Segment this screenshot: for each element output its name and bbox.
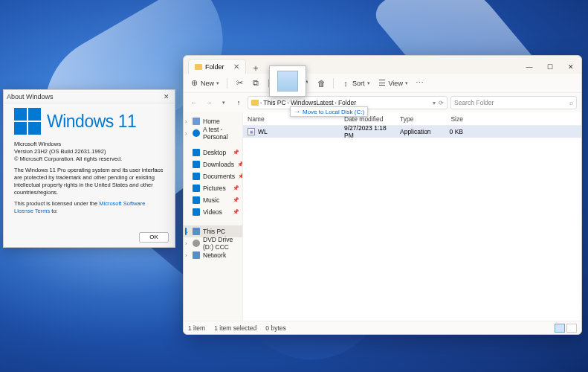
selection-size: 0 bytes <box>265 324 285 332</box>
nav-documents[interactable]: Documents📌 <box>184 170 242 182</box>
music-icon <box>193 196 200 204</box>
col-size[interactable]: Size <box>440 115 468 123</box>
new-tab-button[interactable]: + <box>251 63 262 74</box>
cut-icon[interactable]: ✂ <box>235 79 244 88</box>
disc-icon <box>193 240 200 247</box>
maximize-button[interactable]: ☐ <box>540 60 560 74</box>
nav-onedrive[interactable]: ›A test - Personal <box>184 127 242 139</box>
about-version-block: Microsoft Windows Version 23H2 (OS Build… <box>14 141 164 162</box>
chevron-down-icon[interactable]: ▾ <box>433 100 436 106</box>
windows-logo-icon <box>14 108 41 135</box>
search-input[interactable]: Search Folder ⌕ <box>450 96 577 109</box>
close-icon[interactable]: ✕ <box>161 93 172 100</box>
pin-icon: 📌 <box>233 209 239 215</box>
pin-icon: 📌 <box>237 161 243 167</box>
tab-label: Folder <box>205 63 224 71</box>
file-row[interactable]: ▦WL 9/27/2023 1:18 PM Application 0 KB <box>243 126 581 138</box>
recent-button[interactable]: ▾ <box>218 97 230 109</box>
navigation-pane: ›Home ›A test - Personal Desktop📌 Downlo… <box>184 112 243 321</box>
more-icon[interactable]: ⋯ <box>416 79 424 88</box>
forward-button[interactable]: → <box>203 97 215 109</box>
tab-folder[interactable]: Folder ✕ <box>188 59 246 74</box>
pin-icon: 📌 <box>238 173 243 179</box>
crumb-folder[interactable]: Folder <box>338 99 356 106</box>
view-icon: ☰ <box>378 79 387 88</box>
status-bar: 1 item 1 item selected 0 bytes <box>184 321 581 334</box>
crumb-thispc[interactable]: This PC <box>263 99 285 106</box>
pin-icon: 📌 <box>233 197 239 203</box>
pictures-icon <box>193 185 200 192</box>
close-button[interactable]: ✕ <box>560 60 581 74</box>
item-count: 1 item <box>188 324 205 332</box>
pc-icon <box>193 228 200 235</box>
details-view-button[interactable] <box>555 324 565 333</box>
nav-music[interactable]: Music📌 <box>184 194 242 206</box>
col-type[interactable]: Type <box>395 115 440 123</box>
address-bar-row: ← → ▾ ↑ › This PC › WindowsLatest › Fold… <box>184 93 581 112</box>
copy-icon[interactable]: ⧉ <box>251 79 260 88</box>
nav-dvd[interactable]: ›DVD Drive (D:) CCC <box>184 237 242 249</box>
about-title-text: About Windows <box>7 93 54 100</box>
about-rights: The Windows 11 Pro operating system and … <box>14 167 164 196</box>
crumb-windowslatest[interactable]: WindowsLatest <box>291 99 334 106</box>
tab-strip: Folder ✕ + — ☐ ✕ <box>184 56 581 74</box>
about-titlebar[interactable]: About Windows ✕ <box>4 90 175 103</box>
sort-icon: ↕ <box>341 79 350 88</box>
nav-network[interactable]: ›Network <box>184 249 242 261</box>
desktop-icon <box>193 149 200 156</box>
windows-brand: Windows 11 <box>14 108 164 135</box>
search-placeholder: Search Folder <box>454 99 494 106</box>
home-icon <box>193 118 200 125</box>
pin-icon: 📌 <box>233 150 239 155</box>
folder-icon <box>251 100 259 106</box>
file-explorer-window: Folder ✕ + — ☐ ✕ ⊕New▾ ✂ ⧉ 📋 ✎ ↗ 🗑 ↕Sort… <box>183 55 582 335</box>
drag-tooltip: → Move to Local Disk (C:) <box>290 106 368 117</box>
pin-icon: 📌 <box>233 185 239 191</box>
move-arrow-icon: → <box>294 108 300 115</box>
nav-videos[interactable]: Videos📌 <box>184 206 242 218</box>
brand-text: Windows 11 <box>47 112 136 132</box>
delete-icon[interactable]: 🗑 <box>317 79 326 88</box>
drag-thumbnail-icon <box>277 71 298 92</box>
nav-pictures[interactable]: Pictures📌 <box>184 182 242 194</box>
about-windows-dialog: About Windows ✕ Windows 11 Microsoft Win… <box>3 89 175 248</box>
folder-icon <box>195 64 202 70</box>
file-list: Name Date modified Type Size ▦WL 9/27/20… <box>243 112 581 321</box>
selection-count: 1 item selected <box>214 324 256 332</box>
about-license: This product is licensed under the Micro… <box>14 200 164 215</box>
up-button[interactable]: ↑ <box>233 97 245 109</box>
network-icon <box>193 251 200 259</box>
command-bar: ⊕New▾ ✂ ⧉ 📋 ✎ ↗ 🗑 ↕Sort▾ ☰View▾ ⋯ <box>184 74 581 93</box>
nav-desktop[interactable]: Desktop📌 <box>184 147 242 158</box>
minimize-button[interactable]: — <box>519 60 540 74</box>
refresh-icon[interactable]: ⟳ <box>439 100 444 106</box>
icons-view-button[interactable] <box>566 324 577 333</box>
documents-icon <box>193 173 200 180</box>
nav-downloads[interactable]: Downloads📌 <box>184 158 242 170</box>
search-icon: ⌕ <box>569 99 573 106</box>
videos-icon <box>193 208 200 216</box>
view-button[interactable]: ☰View▾ <box>378 79 408 88</box>
plus-circle-icon: ⊕ <box>190 79 198 88</box>
ok-button[interactable]: OK <box>139 232 169 243</box>
application-icon: ▦ <box>248 128 255 135</box>
back-button[interactable]: ← <box>188 97 200 109</box>
downloads-icon <box>193 161 200 168</box>
drag-preview <box>269 65 306 97</box>
new-button[interactable]: ⊕New▾ <box>190 79 219 88</box>
tab-close-icon[interactable]: ✕ <box>233 62 239 71</box>
cloud-icon <box>193 129 200 137</box>
sort-button[interactable]: ↕Sort▾ <box>341 79 370 88</box>
